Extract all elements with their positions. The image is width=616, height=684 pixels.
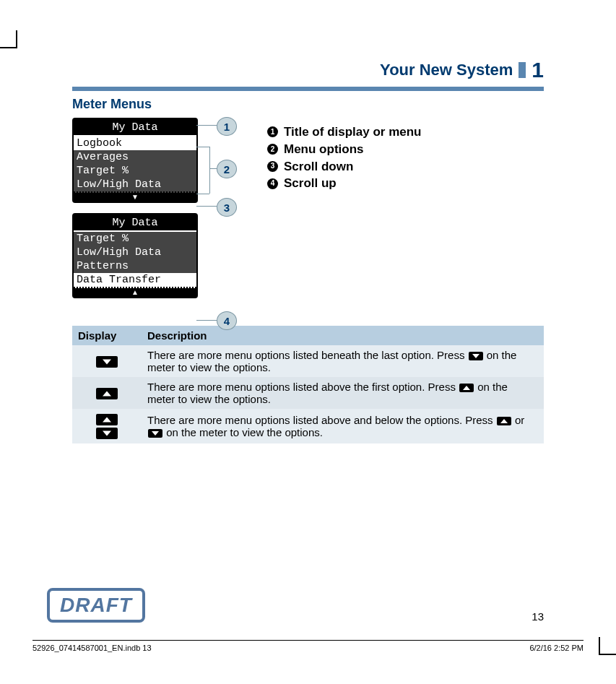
svg-marker-0: [103, 359, 111, 364]
arrow-down-icon: [96, 356, 118, 368]
legend-item: 4 Scroll up: [267, 175, 544, 192]
svg-marker-2: [103, 391, 111, 396]
table-row: There are more menu options listed benea…: [72, 345, 544, 377]
table-desc: There are more menu options listed above…: [147, 381, 459, 393]
legend-text: Scroll up: [284, 175, 337, 192]
svg-marker-1: [472, 354, 480, 358]
legend-item: 1 Title of display or menu: [267, 124, 544, 141]
scroll-up-icon: ▲: [74, 288, 196, 297]
legend-text: Scroll down: [284, 158, 353, 176]
callout-legend: 1 Title of display or menu 2 Menu option…: [267, 118, 544, 192]
header-rule: [72, 87, 544, 91]
table-header-display: Display: [72, 326, 142, 345]
table-desc: There are more menu options listed benea…: [147, 349, 468, 361]
svg-marker-7: [152, 431, 159, 436]
table-desc: There are more menu options listed above…: [147, 414, 496, 426]
arrow-up-icon: [96, 388, 118, 399]
legend-text: Menu options: [284, 141, 363, 158]
arrow-down-icon: [469, 352, 483, 360]
arrow-up-icon: [459, 384, 474, 392]
meter-screen-2: My Data Target % Low/High Data Patterns …: [72, 213, 198, 298]
svg-marker-4: [103, 417, 111, 422]
table-desc: on the meter to view the options.: [163, 426, 323, 438]
legend-number: 3: [267, 161, 278, 172]
arrow-up-icon: [497, 417, 511, 425]
table-row: There are more menu options listed above…: [72, 377, 544, 409]
arrow-down-icon: [148, 429, 162, 438]
lcd1-row: Target %: [74, 164, 196, 178]
svg-marker-6: [500, 419, 508, 423]
table-row: There are more menu options listed above…: [72, 409, 544, 443]
legend-number: 2: [267, 144, 278, 155]
callout-4: 4: [217, 311, 237, 330]
legend-text: Title of display or menu: [284, 124, 422, 141]
lcd2-title: My Data: [74, 215, 196, 232]
legend-item: 2 Menu options: [267, 141, 544, 158]
footer-filename: 52926_07414587001_EN.indb 13: [32, 644, 152, 652]
chapter-title: Your New System: [380, 61, 513, 79]
lcd1-row: Low/High Data: [74, 178, 196, 193]
legend-number: 4: [267, 178, 278, 189]
callout-2: 2: [217, 160, 237, 178]
callout-1: 1: [217, 117, 237, 136]
legend-item: 3 Scroll down: [267, 158, 544, 176]
section-title: Meter Menus: [72, 97, 544, 112]
arrow-up-icon: [96, 414, 118, 425]
meter-screen-1: My Data Logbook Averages Target % Low/Hi…: [72, 118, 198, 203]
legend-number: 1: [267, 126, 278, 137]
svg-marker-3: [463, 386, 470, 390]
lcd1-row: Logbook: [74, 137, 196, 150]
arrow-down-icon: [96, 428, 118, 439]
page-number: 13: [532, 610, 544, 623]
callout-3: 3: [217, 198, 237, 217]
footer-timestamp: 6/2/16 2:52 PM: [529, 644, 584, 652]
lcd2-row: Target %: [74, 232, 196, 246]
lcd2-row: Low/High Data: [74, 246, 196, 259]
footer-rule: [32, 640, 584, 641]
header-accent: [519, 62, 526, 78]
chapter-number: 1: [532, 58, 544, 82]
draft-watermark: DRAFT: [47, 588, 145, 623]
lcd1-row: Averages: [74, 150, 196, 164]
svg-marker-5: [103, 430, 111, 436]
lcd2-row: Patterns: [74, 259, 196, 273]
table-desc: or: [512, 414, 525, 426]
lcd1-title: My Data: [74, 119, 196, 137]
table-header-description: Description: [142, 326, 544, 345]
scroll-down-icon: ▼: [74, 193, 196, 202]
lcd2-row: Data Transfer: [74, 273, 196, 288]
description-table: Display Description There are more menu …: [72, 326, 544, 443]
